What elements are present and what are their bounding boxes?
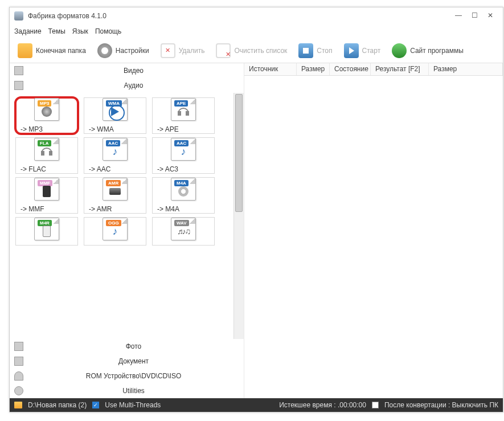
output-folder-button[interactable]: Конечная папка [13,41,91,60]
category-document[interactable]: Документ [10,354,244,369]
format-tile-aac[interactable]: AAC♪-> AC3 [152,137,215,174]
format-glyph-icon: ♬♪♫ [171,225,195,238]
folder-icon [18,43,32,58]
play-icon [344,43,359,58]
file-icon: FLA [34,138,59,161]
formats-scroll-area: MP3-> MP3WMA-> WMAAPE-> APEFLA-> FLACAAC… [10,93,244,339]
delete-button[interactable]: Удалить [156,41,210,60]
app-window: Фабрика форматов 4.1.0 — ☐ ✕ Задание Тем… [9,7,503,412]
file-list-empty [244,76,503,398]
site-button[interactable]: Сайт программы [387,41,468,60]
status-bar: D:\Новая папка (2) ✓ Use Multi-Threads И… [10,398,503,412]
category-utilities[interactable]: Utilities [10,383,244,398]
multithread-label: Use Multi-Threads [105,401,161,409]
format-label: -> APE [153,125,179,133]
format-label: -> M4A [153,205,179,213]
document-icon [14,357,23,366]
col-state[interactable]: Состояние [330,63,371,75]
disc-icon [14,371,23,381]
menu-theme[interactable]: Темы [48,27,65,35]
file-icon: AMR [103,178,128,201]
folder-icon [14,402,22,408]
stop-label: Стоп [317,47,332,55]
format-glyph-icon: ♪ [171,145,195,158]
clear-label: Очистить список [234,47,287,55]
format-glyph-icon: ♪ [103,225,127,238]
menu-lang[interactable]: Язык [72,27,88,35]
category-utilities-label: Utilities [28,387,239,395]
file-icon: MP3 [34,98,59,121]
menu-task[interactable]: Задание [14,27,42,35]
settings-label: Настройки [116,47,149,55]
stop-button[interactable]: Стоп [294,41,337,60]
category-audio[interactable]: Аудио [10,78,244,93]
format-label: -> FLAC [16,165,46,173]
format-glyph-icon [171,185,195,198]
col-size[interactable]: Размер [297,63,330,75]
col-source[interactable]: Источник [244,63,297,75]
format-tile-ogg[interactable]: OGG♪ [84,217,146,246]
format-tile-m4a[interactable]: M4A-> M4A [152,177,215,214]
shutdown-checkbox[interactable] [372,402,379,408]
format-glyph-icon [171,105,195,118]
maximize-button[interactable]: ☐ [466,10,482,22]
start-button[interactable]: Старт [339,41,386,60]
category-photo[interactable]: Фото [10,339,244,354]
category-rom-label: ROM Устройство\DVD\CD\ISO [28,372,239,380]
globe-icon [392,43,407,58]
format-tile-aac[interactable]: AAC♪-> AAC [84,137,146,174]
multithread-checkbox[interactable]: ✓ [92,402,99,408]
clear-list-button[interactable]: Очистить список [211,41,292,60]
scrollbar-thumb[interactable] [235,94,243,212]
site-label: Сайт программы [410,47,464,55]
col-result[interactable]: Результат [F2] [371,63,429,75]
video-icon [14,66,23,75]
format-tile-wma[interactable]: WMA-> WMA [84,97,146,134]
settings-button[interactable]: Настройки [93,41,154,60]
category-audio-label: Аудио [28,81,239,89]
scrollbar[interactable] [233,93,244,339]
clear-icon [216,43,231,58]
stop-icon [298,43,313,58]
file-icon: M4R [34,218,59,240]
format-tile-wav[interactable]: WAV♬♪♫ [152,217,215,246]
titlebar: Фабрика форматов 4.1.0 — ☐ ✕ [10,7,503,24]
format-glyph-icon: ♪ [103,145,127,158]
format-glyph-icon [103,185,127,198]
format-tile-m4r[interactable]: M4R [15,217,78,246]
utilities-icon [14,386,23,395]
format-label: -> AAC [84,165,110,173]
window-title: Фабрика форматов 4.1.0 [28,12,450,20]
format-tile-mp3[interactable]: MP3-> MP3 [15,97,78,134]
menubar: Задание Темы Язык Помощь [10,24,503,38]
output-path[interactable]: D:\Новая папка (2) [28,401,87,409]
format-tile-mmf[interactable]: MMF-> MMF [15,177,78,214]
format-tile-fla[interactable]: FLA-> FLAC [15,137,78,174]
delete-icon [161,43,175,58]
format-glyph-icon [35,105,59,118]
file-icon: APE [171,98,196,121]
file-icon: AAC♪ [103,138,128,161]
col-size2[interactable]: Размер [429,63,503,75]
start-label: Старт [362,47,381,55]
format-glyph-icon [35,145,59,158]
menu-help[interactable]: Помощь [95,27,121,35]
category-video[interactable]: Видео [10,63,244,78]
close-button[interactable]: ✕ [482,10,498,22]
format-label: -> AC3 [153,165,178,173]
right-panel: Источник Размер Состояние Результат [F2]… [244,63,503,398]
shutdown-label: После конвертации : Выключить ПК [384,401,498,409]
toolbar: Конечная папка Настройки Удалить Очистит… [10,38,503,63]
file-icon: OGG♪ [103,218,128,240]
gear-icon [97,43,112,58]
category-document-label: Документ [28,357,239,365]
format-tile-ape[interactable]: APE-> APE [152,97,215,134]
file-icon: WAV♬♪♫ [171,218,196,240]
column-headers: Источник Размер Состояние Результат [F2]… [244,63,503,76]
format-label: -> MMF [16,205,44,213]
format-tile-amr[interactable]: AMR-> AMR [84,177,146,214]
audio-icon [14,81,23,90]
app-icon [14,11,23,21]
minimize-button[interactable]: — [450,10,466,22]
category-rom[interactable]: ROM Устройство\DVD\CD\ISO [10,369,244,383]
